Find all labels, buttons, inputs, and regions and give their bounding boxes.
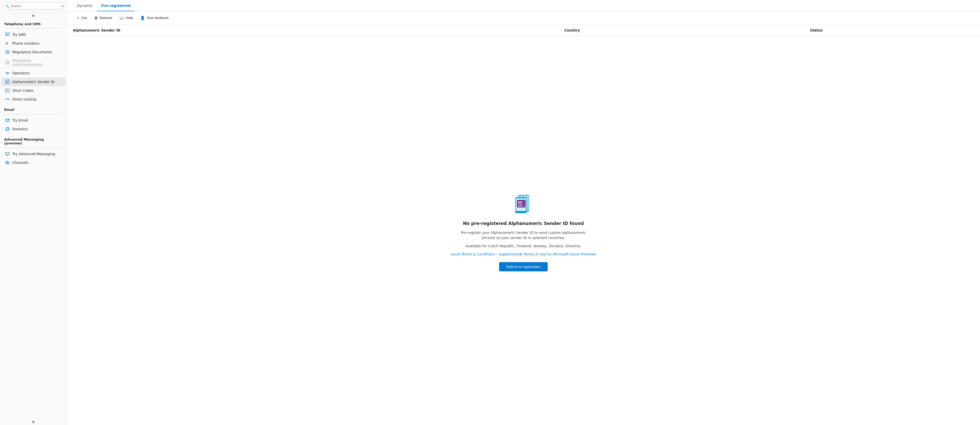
section-header-advanced-messaging: Advanced Messaging (preview) xyxy=(0,133,67,147)
short-codes-icon xyxy=(5,88,10,93)
search-input-wrap: 🔍 xyxy=(3,3,64,10)
svg-point-19 xyxy=(8,99,10,100)
direct-routing-icon xyxy=(5,97,10,101)
release-button[interactable]: 🗑 Release xyxy=(91,14,116,22)
section-header-telephony: Telephony and SMS xyxy=(0,18,67,27)
sidebar-item-label-try-email: Try Email xyxy=(12,118,28,122)
sidebar-item-label-registered-countries: Registered countries/regions xyxy=(12,59,61,67)
sidebar-content: Telephony and SMS Try SMS # Phone number… xyxy=(0,18,67,419)
get-icon: ＋ xyxy=(76,15,80,20)
svg-point-2 xyxy=(7,51,8,53)
empty-state-title: No pre-registered Alphanumeric Sender ID… xyxy=(463,221,584,226)
sidebar-item-regulatory-documents[interactable]: Regulatory Documents xyxy=(1,48,65,56)
section-divider-telephony xyxy=(4,29,62,29)
svg-text:12: 12 xyxy=(6,82,8,84)
svg-rect-15 xyxy=(5,89,10,92)
empty-state-links: Azure Terms & Conditions - Supplemental … xyxy=(450,252,596,257)
sidebar-item-label-phone-numbers: Phone numbers xyxy=(12,41,40,45)
sidebar-item-registered-countries: Registered countries/regions xyxy=(1,56,65,69)
azure-terms-link[interactable]: Azure Terms & Conditions xyxy=(450,252,495,256)
sidebar-item-channels[interactable]: Channels xyxy=(1,158,65,167)
col-header-status: Status xyxy=(810,28,974,32)
links-separator: - xyxy=(496,252,499,256)
col-header-sender-id: Alphanumeric Sender ID xyxy=(73,28,564,32)
svg-point-11 xyxy=(8,73,9,74)
sidebar-item-label-alphanumeric-sender-id: Alphanumeric Sender ID xyxy=(12,80,55,84)
feedback-button-label: Give feedback xyxy=(146,16,169,20)
get-button-label: Get xyxy=(81,16,87,20)
empty-state: ABC 123 No pre-registered Alphanumeric S… xyxy=(67,36,980,425)
svg-point-20 xyxy=(7,98,8,99)
sidebar-item-label-direct-routing: Direct routing xyxy=(12,97,36,101)
try-advanced-messaging-icon xyxy=(5,152,10,156)
alphanumeric-sender-id-icon: AB 12 xyxy=(5,79,10,84)
tab-dynamic[interactable]: Dynamic xyxy=(73,0,97,11)
help-button[interactable]: 📖 Help xyxy=(116,14,136,22)
domains-icon xyxy=(5,127,10,131)
svg-text:123: 123 xyxy=(518,204,522,207)
svg-text:#: # xyxy=(5,41,8,45)
operators-icon xyxy=(5,71,10,75)
svg-point-10 xyxy=(6,73,7,74)
main-content: Dynamic Pre-registered ＋ Get 🗑 Release 📖… xyxy=(67,0,980,425)
sidebar-item-label-domains: Domains xyxy=(12,127,27,131)
empty-state-countries: Available for Czech Republic, Finaland, … xyxy=(466,243,582,249)
toolbar: ＋ Get 🗑 Release 📖 Help 👤 Give feedback xyxy=(67,11,980,25)
sidebar-item-direct-routing[interactable]: Direct routing xyxy=(1,95,65,104)
sidebar-item-label-operators: Operators xyxy=(12,71,30,75)
collapse-sidebar-button[interactable]: « xyxy=(60,3,64,9)
tabs-bar: Dynamic Pre-registered xyxy=(67,0,980,11)
scroll-down-arrow[interactable]: ▼ xyxy=(0,419,67,425)
registered-countries-icon xyxy=(5,60,10,65)
try-email-icon xyxy=(5,118,10,123)
help-icon: 📖 xyxy=(119,16,124,20)
section-header-email: Email xyxy=(0,104,67,113)
search-input[interactable] xyxy=(3,3,64,10)
sidebar-item-label-try-advanced-messaging: Try Advanced Messaging xyxy=(12,152,55,156)
supplemental-terms-link[interactable]: Supplemental Terms of Use for Microsoft … xyxy=(499,252,596,256)
section-divider-email xyxy=(4,114,62,114)
empty-state-illustration: ABC 123 xyxy=(511,190,536,216)
regulatory-documents-icon xyxy=(5,50,10,54)
help-button-label: Help xyxy=(126,16,133,20)
sidebar-item-operators[interactable]: Operators xyxy=(1,69,65,78)
svg-text:ABC: ABC xyxy=(518,201,522,204)
sidebar-item-domains[interactable]: Domains xyxy=(1,125,65,133)
sidebar-item-label-try-sms: Try SMS xyxy=(12,33,26,36)
sidebar-item-label-short-codes: Short Codes xyxy=(12,89,33,93)
tab-pre-registered[interactable]: Pre-registered xyxy=(97,0,135,11)
channels-icon xyxy=(5,160,10,165)
get-button[interactable]: ＋ Get xyxy=(73,14,90,22)
svg-point-18 xyxy=(5,99,6,100)
feedback-icon: 👤 xyxy=(140,16,145,20)
release-button-label: Release xyxy=(100,16,113,20)
empty-state-description: Pre-register your Alphanumeric Sender ID… xyxy=(457,230,590,241)
sidebar-item-label-channels: Channels xyxy=(12,160,28,165)
sidebar-item-alphanumeric-sender-id[interactable]: AB 12 Alphanumeric Sender ID xyxy=(1,78,65,86)
sidebar-item-try-email[interactable]: Try Email xyxy=(1,116,65,125)
col-header-country: Country xyxy=(564,28,810,32)
sidebar-item-phone-numbers[interactable]: # Phone numbers xyxy=(1,39,65,48)
sidebar-item-try-advanced-messaging[interactable]: Try Advanced Messaging xyxy=(1,149,65,158)
sidebar-item-try-sms[interactable]: Try SMS xyxy=(1,30,65,39)
submit-application-button[interactable]: Submit an application xyxy=(499,262,548,271)
sidebar-search-container: 🔍 « xyxy=(0,0,67,12)
phone-numbers-icon: # xyxy=(5,41,10,46)
sidebar: 🔍 « ▲ Telephony and SMS Try SMS # xyxy=(0,0,67,425)
sidebar-item-label-regulatory-documents: Regulatory Documents xyxy=(12,50,52,54)
table-header: Alphanumeric Sender ID Country Status xyxy=(67,25,980,36)
scroll-up-arrow[interactable]: ▲ xyxy=(0,12,67,18)
release-icon: 🗑 xyxy=(94,16,98,20)
try-sms-icon xyxy=(5,32,10,37)
sidebar-item-short-codes[interactable]: Short Codes xyxy=(1,86,65,95)
svg-point-1 xyxy=(6,50,9,54)
feedback-button[interactable]: 👤 Give feedback xyxy=(137,14,172,22)
